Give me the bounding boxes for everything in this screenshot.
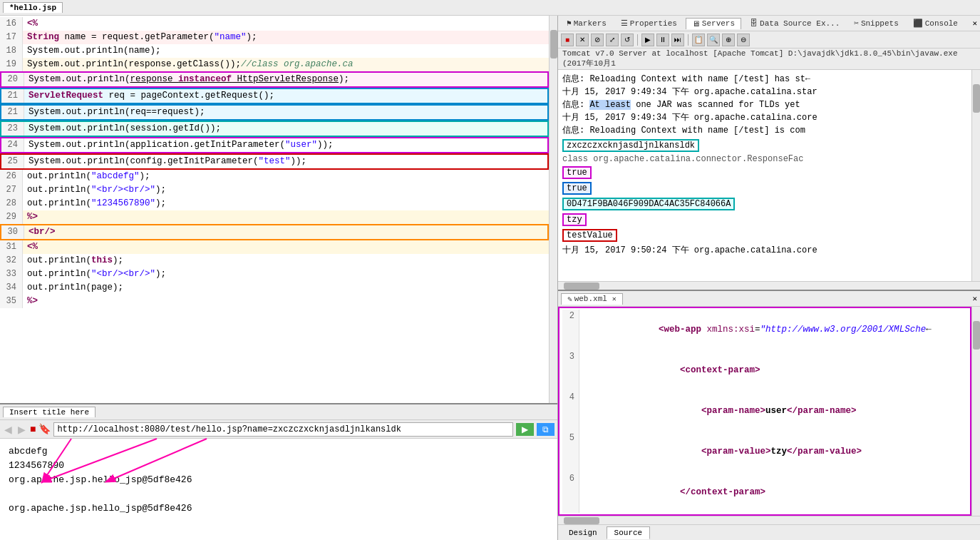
toolbar-btn-4[interactable]: ⤢ [606, 34, 619, 46]
console-scrollbar[interactable] [971, 70, 980, 281]
nav-forward-button[interactable]: ▶ [16, 424, 27, 435]
stop-server-button[interactable]: ■ [561, 34, 574, 46]
datasource-tab[interactable]: 🗄 Data Source Ex... [744, 18, 845, 29]
browser-line-4 [9, 487, 549, 501]
true-box-2-row: true [562, 181, 967, 195]
console-tab[interactable]: ⬛ Console [907, 18, 964, 29]
file-tabs: *hello.jsp [0, 0, 980, 16]
response-class-label: class org.apache.catalina.connector.Resp… [562, 154, 803, 164]
datasource-icon: 🗄 [750, 19, 758, 28]
code-line-18: 18 System.out.println(name); [0, 44, 549, 58]
toolbar-btn-11[interactable]: ⊕ [722, 34, 735, 46]
code-line-23: 23 System.out.println(session.getId()); [0, 121, 549, 137]
nav-back-button[interactable]: ◀ [3, 424, 14, 435]
session-id-row: zxczczxcknjasdljnlkansldk [562, 138, 967, 153]
hash-value: 0D471F9BA046F909DAC4AC35FC84066A [562, 198, 735, 210]
toolbar-btn-6[interactable]: ▶ [641, 34, 654, 46]
design-tab[interactable]: Design [561, 526, 605, 539]
xml-scrollbar[interactable] [971, 307, 980, 516]
code-line-25: 25 System.out.println(config.getInitPara… [0, 153, 549, 170]
session-id-value: zxczczxcknjasdljnlkansldk [562, 139, 699, 152]
xml-line-2: 2 <web-app xmlns:xsi="http://www.w3.org/… [562, 310, 967, 350]
markers-icon: ⚑ [567, 19, 572, 28]
properties-icon: ☰ [621, 19, 628, 28]
close-panel-button[interactable]: ✕ [972, 19, 977, 28]
xml-content[interactable]: 2 <web-app xmlns:xsi="http://www.w3.org/… [558, 307, 971, 516]
code-line-34: 34 out.println(page); [0, 281, 549, 295]
xml-icon: ✎ [567, 295, 572, 304]
browser-line-5: org.apache.jsp.hello_jsp@5df8e426 [9, 501, 549, 516]
xml-line-5: 5 <param-value>tzy</param-value> [562, 432, 967, 472]
code-line-16: 16 <% [0, 17, 549, 31]
server-panel-tabs: ⚑ Markers ☰ Properties 🖥 Servers 🗄 Data … [558, 16, 980, 31]
code-line-24: 24 System.out.println(application.getIni… [0, 137, 549, 153]
code-line-26: 26 out.println("abcdefg"); [0, 170, 549, 183]
code-editor-scrollbar[interactable] [549, 16, 557, 403]
xml-panel-tabs: ✎ web.xml ✕ ✕ [558, 291, 980, 307]
browser-line-3: org.apache.jsp.hello_jsp@5df8e426 [9, 473, 549, 487]
markers-tab[interactable]: ⚑ Markers [561, 18, 612, 29]
test-value: testValue [562, 229, 617, 242]
xml-line-6: 6 </context-param> [562, 472, 967, 513]
url-bar[interactable] [53, 422, 513, 437]
xml-bottom-tabs: Design Source [558, 524, 980, 540]
console-at-least: 信息: At least one JAR was scanned for TLD… [562, 98, 967, 111]
browser-tab[interactable]: Insert title here [3, 407, 96, 417]
true-box-1-row: true [562, 165, 967, 180]
toolbar-btn-12[interactable]: ⊖ [737, 34, 750, 46]
console-time-2: 十月 15, 2017 9:49:34 下午 org.apache.catali… [562, 111, 967, 124]
toolbar-btn-9[interactable]: 📋 [692, 34, 705, 46]
server-title-bar: Tomcat v7.0 Server at localhost [Apache … [558, 49, 980, 70]
test-value-row: testValue [562, 228, 967, 243]
code-line-20: 20 System.out.println(response instanceo… [0, 71, 549, 88]
console-hscroll[interactable] [558, 281, 980, 290]
console-content[interactable]: 信息: Reloading Context with name [/test] … [558, 70, 971, 281]
browser-nav: ◀ ▶ ■ 🔖 ▶ ⧉ [0, 420, 557, 439]
browser-panel: Insert title here ◀ ▶ ■ 🔖 ▶ ⧉ abcdefg 12… [0, 404, 557, 540]
console-time-3: 十月 15, 2017 9:50:24 下午 org.apache.catali… [562, 244, 967, 257]
code-line-19: 19 System.out.println(response.getClass(… [0, 58, 549, 71]
toolbar-btn-8[interactable]: ⏭ [671, 34, 684, 46]
code-line-21a: 21 ServletRequest req = pageContext.getR… [0, 88, 549, 104]
console-reload-2: 信息: Reloading Context with name [/test] … [562, 124, 967, 137]
console-time-1: 十月 15, 2017 9:49:34 下午 org.apache.catali… [562, 86, 967, 98]
toolbar-btn-7[interactable]: ⏸ [656, 34, 669, 46]
code-line-29: 29 %> [0, 210, 549, 224]
browser-line-1: abcdefg [9, 444, 549, 459]
code-line-33: 33 out.println("<br/><br/>"); [0, 268, 549, 281]
properties-tab[interactable]: ☰ Properties [615, 18, 683, 29]
code-editor[interactable]: 16 <% 17 String name = request.getParame… [0, 16, 557, 404]
stop-icon: ■ [30, 424, 36, 435]
toolbar-btn-3[interactable]: ⊘ [591, 34, 604, 46]
code-line-28: 28 out.println("1234567890"); [0, 197, 549, 210]
code-line-21b: 21 System.out.println(req==request); [0, 104, 549, 121]
true-value-2: true [562, 182, 592, 195]
hello-jsp-tab[interactable]: *hello.jsp [3, 2, 63, 13]
close-xml-panel-button[interactable]: ✕ [972, 294, 977, 303]
code-line-30: 30 <br/> [0, 224, 549, 240]
xml-close-icon[interactable]: ✕ [612, 295, 617, 303]
snippets-tab[interactable]: ✂ Snippets [848, 18, 904, 29]
code-line-32: 32 out.println(this); [0, 254, 549, 268]
xml-hscroll[interactable] [558, 516, 980, 524]
code-line-35: 35 %> [0, 295, 549, 308]
xml-line-4: 4 <param-name>user</param-name> [562, 391, 967, 432]
server-panel: ⚑ Markers ☰ Properties 🖥 Servers 🗄 Data … [558, 16, 980, 291]
response-class-row: class org.apache.catalina.connector.Resp… [562, 154, 967, 164]
toolbar-btn-10[interactable]: 🔍 [707, 34, 720, 46]
hash-row: 0D471F9BA046F909DAC4AC35FC84066A [562, 197, 967, 211]
source-tab[interactable]: Source [607, 526, 651, 539]
xml-line-3: 3 <context-param> [562, 350, 967, 391]
code-line-17: 17 String name = request.getParameter("n… [0, 31, 549, 44]
toolbar-btn-5[interactable]: ↺ [621, 34, 634, 46]
code-lines: 16 <% 17 String name = request.getParame… [0, 16, 549, 310]
servers-tab[interactable]: 🖥 Servers [686, 18, 741, 29]
xml-tab[interactable]: ✎ web.xml ✕ [561, 293, 623, 305]
servers-icon: 🖥 [692, 19, 700, 29]
server-title: Tomcat v7.0 Server at localhost [Apache … [562, 49, 958, 68]
snippets-icon: ✂ [854, 19, 859, 28]
open-button[interactable]: ⧉ [537, 423, 555, 436]
disconnect-button[interactable]: ✕ [576, 34, 589, 46]
browser-content: abcdefg 1234567890 org.apache.jsp.hello_… [0, 439, 557, 540]
go-button[interactable]: ▶ [516, 423, 534, 436]
